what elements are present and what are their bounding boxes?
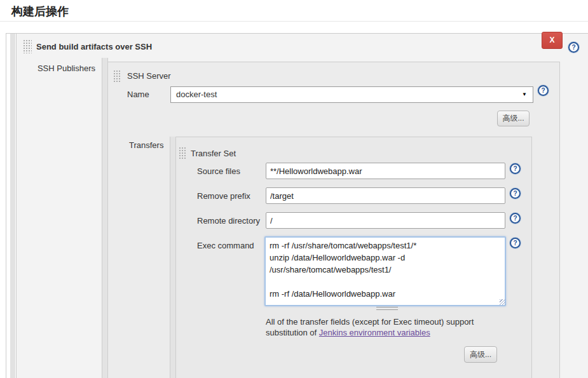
transfers-label: Transfers <box>129 140 163 150</box>
help-icon[interactable]: ? <box>510 213 521 224</box>
post-build-actions-page: 构建后操作 Send build artifacts over SSH X ? … <box>0 0 588 378</box>
transfer-fields-note: All of the transfer fields (except for E… <box>266 316 489 338</box>
ssh-publishers-label: SSH Publishers <box>25 64 95 73</box>
ssh-server-drag-handle-icon[interactable] <box>113 70 121 83</box>
chunk-left-border <box>6 33 6 378</box>
remove-prefix-label: Remove prefix <box>197 191 250 201</box>
name-label: Name <box>127 90 149 99</box>
chunk-title: Send build artifacts over SSH <box>36 42 152 51</box>
chunk-drag-handle-icon[interactable] <box>23 39 32 53</box>
ssh-publisher-drag-strip[interactable] <box>102 58 108 378</box>
delete-chunk-button[interactable]: X <box>542 32 563 49</box>
help-icon[interactable]: ? <box>510 238 521 248</box>
server-advanced-button[interactable]: 高级... <box>497 111 530 126</box>
help-icon[interactable]: ? <box>510 188 521 199</box>
transfer-set-advanced-button[interactable]: 高级... <box>464 346 497 363</box>
ssh-server-name-value: docker-test <box>176 90 217 99</box>
remote-directory-label: Remote directory <box>197 216 260 226</box>
exec-command-label: Exec command <box>197 241 254 250</box>
source-files-label: Source files <box>197 166 240 176</box>
page-title: 构建后操作 <box>11 4 69 19</box>
textarea-resize-corner[interactable] <box>500 299 505 305</box>
remove-prefix-input[interactable] <box>266 187 505 204</box>
help-icon[interactable]: ? <box>510 163 521 174</box>
ssh-server-title: SSH Server <box>127 71 171 81</box>
transfer-set-drag-strip[interactable] <box>170 137 176 378</box>
chevron-down-icon: ▼ <box>522 87 527 102</box>
heading-divider <box>0 21 588 22</box>
textarea-resize-grip[interactable] <box>376 307 398 310</box>
jenkins-environment-variables-link[interactable]: Jenkins environment variables <box>319 328 430 337</box>
help-icon[interactable]: ? <box>538 85 549 96</box>
remote-directory-input[interactable] <box>266 212 505 229</box>
chunk-drag-strip[interactable] <box>10 34 15 378</box>
source-files-input[interactable] <box>266 163 505 179</box>
exec-command-textarea[interactable]: rm -rf /usr/share/tomcat/webapps/test1/*… <box>264 236 506 306</box>
help-icon[interactable]: ? <box>568 42 579 53</box>
transfer-set-title: Transfer Set <box>191 149 236 158</box>
ssh-server-name-select[interactable]: docker-test ▼ <box>170 86 533 103</box>
transfer-set-drag-handle-icon[interactable] <box>179 147 187 159</box>
